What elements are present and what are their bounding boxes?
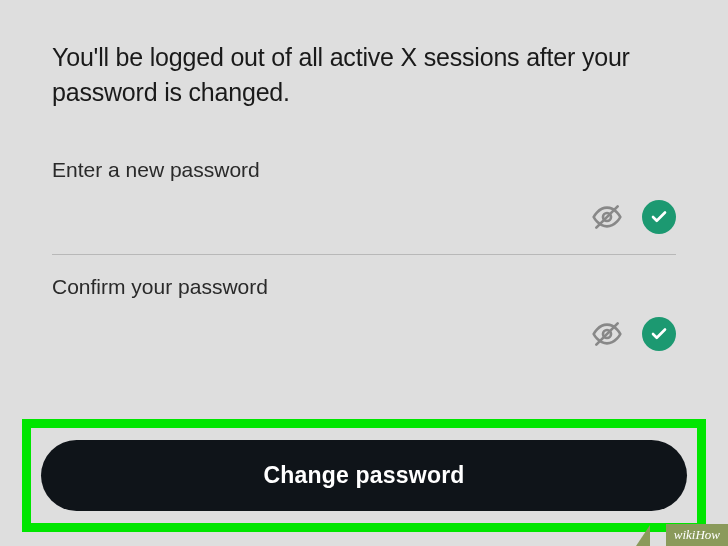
change-password-button[interactable]: Change password <box>41 440 687 511</box>
check-icon <box>642 200 676 234</box>
check-icon <box>642 317 676 351</box>
confirm-password-group: Confirm your password <box>52 275 676 361</box>
password-change-form: You'll be logged out of all active X ses… <box>0 0 728 361</box>
new-password-label: Enter a new password <box>52 158 676 182</box>
eye-slash-icon[interactable] <box>590 200 624 234</box>
new-password-group: Enter a new password <box>52 158 676 255</box>
logout-warning-text: You'll be logged out of all active X ses… <box>52 40 676 110</box>
eye-slash-icon[interactable] <box>590 317 624 351</box>
highlight-box: Change password <box>22 419 706 532</box>
watermark: wikiHow <box>666 524 728 546</box>
confirm-password-label: Confirm your password <box>52 275 676 299</box>
watermark-tab <box>636 525 650 546</box>
new-password-row[interactable] <box>52 200 676 255</box>
confirm-password-row[interactable] <box>52 317 676 361</box>
